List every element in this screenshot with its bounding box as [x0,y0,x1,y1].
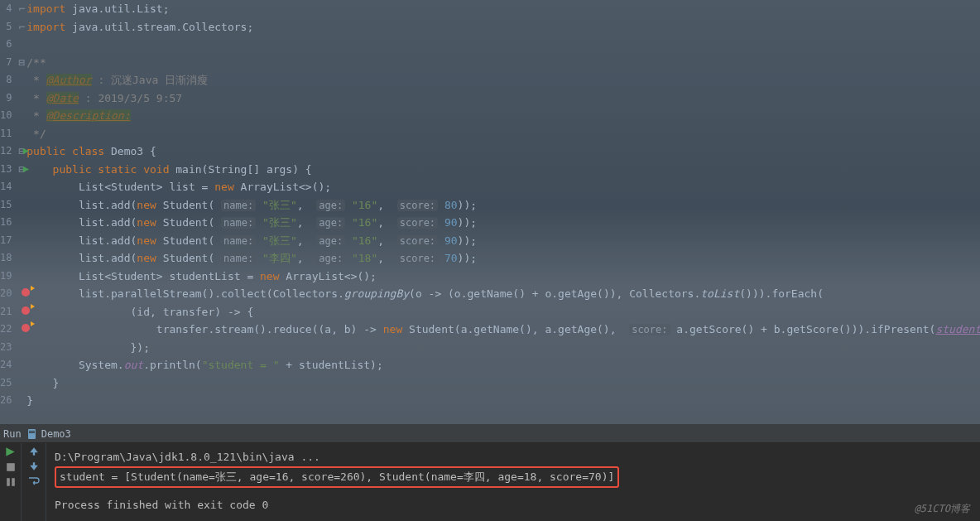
run-tab-label[interactable]: Run [3,428,22,440]
run-header: Run Demo3 [0,425,980,443]
console-highlighted-line: student = [Student(name=张三, age=16, scor… [55,466,619,488]
svg-rect-2 [29,432,35,433]
fold-handle[interactable]: ⌐ [18,18,25,36]
code-content[interactable]: import java.util.List; import java.util.… [25,0,980,424]
breakpoint-icon[interactable] [22,303,30,321]
console-line: Process finished with exit code 0 [55,496,972,514]
svg-rect-4 [7,478,10,486]
fold-handle[interactable]: ⊟ [18,54,25,72]
fold-gutter: ⌐ ⌐ ⊟ ⊟ ⊟ [18,0,25,424]
watermark: @51CTO博客 [915,502,970,516]
run-toolbar-left [0,443,22,521]
line-number-gutter: 4 5 6 7 8 9 10 11 12 13 14 15 16 17 18 1… [0,0,18,424]
down-icon[interactable] [29,461,39,471]
svg-rect-3 [7,463,15,471]
console-line: D:\Program\Java\jdk1.8.0_121\bin\java ..… [55,448,972,466]
svg-rect-0 [28,429,36,439]
run-config-name[interactable]: Demo3 [41,428,71,440]
stop-icon[interactable] [6,462,16,472]
up-icon[interactable] [29,446,39,456]
run-toolbar-console [22,443,46,521]
pause-icon[interactable] [6,477,16,487]
breakpoint-icon[interactable] [22,285,30,303]
run-tool-window: Run Demo3 D:\Program\Java\jdk1.8.0_121\b… [0,424,980,521]
svg-rect-1 [29,431,35,432]
editor-area: 4 5 6 7 8 9 10 11 12 13 14 15 16 17 18 1… [0,0,980,424]
file-icon [26,428,38,440]
rerun-icon[interactable] [5,446,16,457]
breakpoint-icon[interactable] [22,321,30,339]
run-gutter-icon[interactable] [22,147,30,155]
console-output[interactable]: D:\Program\Java\jdk1.8.0_121\bin\java ..… [46,443,980,521]
svg-rect-5 [12,478,15,486]
soft-wrap-icon[interactable] [28,476,40,486]
fold-handle[interactable]: ⌐ [18,0,25,18]
run-gutter-icon[interactable] [22,166,30,173]
